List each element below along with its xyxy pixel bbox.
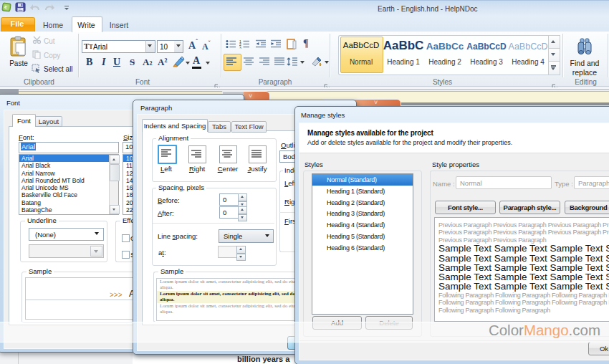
svg-text:3: 3 xyxy=(239,46,241,49)
